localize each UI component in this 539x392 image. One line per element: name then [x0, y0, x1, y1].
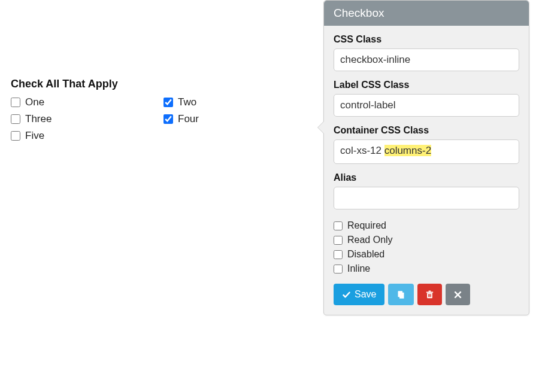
checkbox-column-2: Two Four — [163, 96, 316, 142]
delete-button[interactable] — [417, 284, 442, 305]
checkbox-group-preview: Check All That Apply One Three Five Two — [11, 78, 316, 142]
panel-body: CSS Class Label CSS Class Container CSS … — [324, 26, 529, 315]
properties-panel: Checkbox CSS Class Label CSS Class Conta… — [323, 0, 529, 315]
checkbox-columns: One Three Five Two Four — [11, 96, 316, 142]
svg-rect-5 — [428, 294, 429, 297]
close-button[interactable] — [446, 284, 470, 305]
button-row: Save — [334, 284, 519, 305]
checkbox-option[interactable]: Two — [163, 96, 316, 108]
flag-label: Required — [347, 220, 386, 231]
flag-disabled-checkbox[interactable] — [334, 250, 343, 259]
copy-icon — [396, 290, 405, 299]
checkbox-label: Four — [178, 113, 199, 125]
checkbox-label: Five — [25, 130, 44, 142]
checkbox-input-one[interactable] — [11, 98, 20, 107]
checkbox-option[interactable]: Five — [11, 130, 163, 142]
svg-rect-4 — [429, 290, 431, 291]
flag-label: Read Only — [347, 235, 393, 245]
container-css-value-plain: col-xs-12 — [340, 145, 384, 156]
checkbox-input-three[interactable] — [11, 114, 20, 124]
flag-label: Inline — [347, 263, 370, 274]
checkbox-label: One — [25, 96, 44, 108]
checkbox-column-1: One Three Five — [11, 96, 163, 142]
save-button-label: Save — [355, 289, 376, 300]
checkbox-input-five[interactable] — [11, 131, 20, 141]
checkbox-option[interactable]: One — [11, 96, 163, 108]
checkbox-label: Two — [178, 96, 196, 108]
alias-label: Alias — [334, 172, 519, 183]
flag-label: Disabled — [347, 249, 384, 260]
flag-disabled[interactable]: Disabled — [334, 249, 519, 260]
css-class-input[interactable] — [334, 48, 519, 71]
label-css-class-label: Label CSS Class — [334, 80, 519, 90]
copy-button[interactable] — [388, 284, 414, 305]
checkbox-label: Three — [25, 113, 52, 125]
panel-title: Checkbox — [324, 1, 529, 26]
trash-icon — [425, 290, 434, 299]
container-css-value-highlight: columns-2 — [384, 145, 431, 156]
checkbox-input-four[interactable] — [163, 114, 173, 124]
svg-rect-1 — [399, 292, 404, 298]
checkbox-option[interactable]: Four — [163, 113, 316, 125]
group-title: Check All That Apply — [11, 78, 316, 90]
check-icon — [342, 290, 351, 299]
flag-required[interactable]: Required — [334, 220, 519, 231]
flag-required-checkbox[interactable] — [334, 221, 343, 230]
close-icon — [453, 290, 462, 299]
svg-rect-3 — [426, 291, 433, 293]
checkbox-input-two[interactable] — [163, 98, 173, 107]
flag-read-only[interactable]: Read Only — [334, 235, 519, 245]
flag-inline[interactable]: Inline — [334, 263, 519, 274]
container-css-class-input[interactable]: col-xs-12 columns-2 — [334, 139, 519, 164]
container-css-class-label: Container CSS Class — [334, 125, 519, 136]
svg-rect-6 — [429, 294, 430, 297]
panel-pointer — [318, 121, 324, 133]
save-button[interactable]: Save — [334, 284, 384, 305]
alias-input[interactable] — [334, 187, 519, 209]
css-class-label: CSS Class — [334, 34, 519, 45]
checkbox-option[interactable]: Three — [11, 113, 163, 125]
flag-read-only-checkbox[interactable] — [334, 236, 343, 245]
flag-inline-checkbox[interactable] — [334, 265, 343, 274]
label-css-class-input[interactable] — [334, 94, 519, 117]
flags-group: Required Read Only Disabled Inline — [334, 220, 519, 274]
svg-rect-7 — [431, 294, 431, 297]
